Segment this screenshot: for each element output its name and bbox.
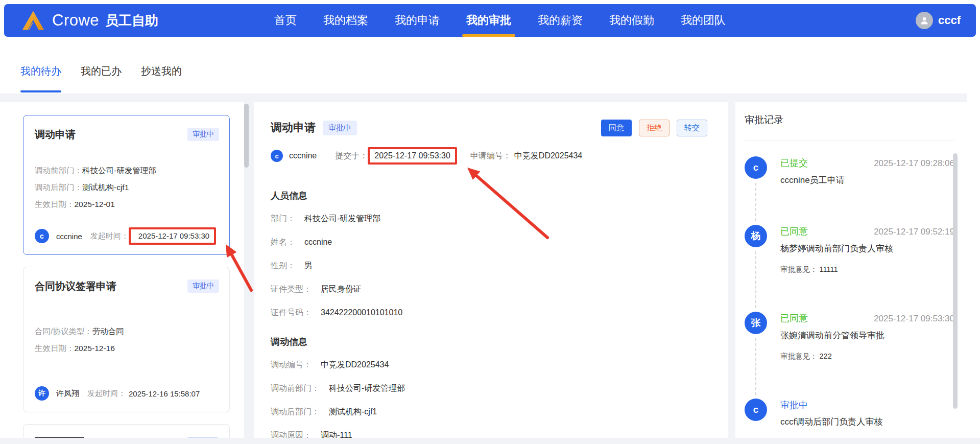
record-status: 已同意: [780, 225, 808, 238]
record-description: 杨梦婷调动前部门负责人审核: [780, 242, 954, 256]
record-status: 审批中: [780, 399, 808, 412]
card-head: 合同协议签署申请审批中: [35, 279, 219, 293]
record-time: 2025-12-17 09:52:19: [874, 225, 954, 239]
todo-card[interactable]: 调动申请审批中调动前部门：科技公司-研发管理部调动后部门：测试机构-cjf1生效…: [23, 115, 230, 255]
record-avatar: c: [745, 156, 767, 179]
records-timeline: c已提交2025-12-17 09:28:06cccnine员工申请杨已同意20…: [745, 156, 954, 438]
user-avatar-icon: [916, 12, 933, 29]
record-opinion: 审批意见：11111: [780, 264, 954, 274]
field-label: 调动后部门：: [35, 183, 82, 192]
partial-card-title: [35, 437, 84, 438]
initiate-time: 2025-12-17 09:53:30: [138, 231, 209, 240]
submitter-name: cccnine: [289, 151, 317, 160]
record-status-row: 已提交2025-12-17 09:28:06: [780, 156, 954, 170]
card-field: 调动后部门：测试机构-cjf1: [35, 179, 219, 196]
record-opinion: 审批意见：: [780, 437, 954, 438]
detail-field: 性别：男: [271, 259, 707, 272]
user-menu[interactable]: cccf: [916, 12, 976, 29]
field-value: 2025-12-01: [75, 200, 115, 208]
field-value: 测试机构-cjf1: [82, 183, 129, 192]
nav-item[interactable]: 我的团队: [681, 4, 726, 37]
record-entry: c审批中cccf调动后部门负责人审核审批意见：: [745, 399, 954, 438]
todo-card[interactable]: 合同协议签署申请审批中合同/协议类型：劳动合同生效日期：2025-12-16许许…: [23, 267, 230, 412]
record-status-row: 审批中: [780, 399, 954, 412]
record-entry: c已提交2025-12-17 09:28:06cccnine员工申请: [745, 156, 954, 188]
initiator-name: cccnine: [56, 232, 82, 241]
field-label: 调动前部门：: [35, 166, 82, 175]
nav-item[interactable]: 我的申请: [395, 4, 440, 37]
nav-item[interactable]: 我的假勤: [609, 4, 654, 37]
reject-button[interactable]: 拒绝: [639, 120, 670, 136]
approve-button[interactable]: 同意: [601, 120, 632, 136]
field-value: 中竞发DD2025434: [321, 360, 389, 369]
initiate-time-label: 发起时间：: [87, 389, 126, 399]
todo-list: 调动申请审批中调动前部门：科技公司-研发管理部调动后部门：测试机构-cjf1生效…: [23, 115, 230, 412]
detail-field: 证件号码：342422200010101010: [271, 306, 707, 319]
record-opinion-value: 222: [820, 352, 832, 360]
detail-field: 姓名：cccnine: [271, 236, 707, 249]
todo-list-panel: 调动申请审批中调动前部门：科技公司-研发管理部调动后部门：测试机构-cjf1生效…: [0, 102, 244, 438]
record-description: 张婉清调动前分管领导审批: [780, 329, 954, 343]
nav-item[interactable]: 首页: [274, 4, 297, 37]
card-initiator: 许许凤翔发起时间：2025-12-16 15:58:07: [35, 386, 219, 401]
field-value: 科技公司-研发管理部: [329, 384, 405, 392]
todo-list-scrollbar[interactable]: [244, 104, 249, 168]
status-badge: 审批中: [187, 128, 219, 141]
field-label: 合同/协议类型：: [35, 327, 92, 336]
detail-title: 调动申请: [271, 120, 316, 135]
brand-name: Crowe: [52, 11, 99, 30]
record-status-row: 已同意2025-12-17 09:52:19: [780, 225, 954, 239]
detail-field: 调动后部门：测试机构-cjf1: [271, 405, 707, 418]
application-no: 中竞发DD2025434: [514, 151, 582, 161]
field-label: 调动后部门：: [271, 407, 320, 416]
records-scrollbar[interactable]: [953, 153, 958, 409]
detail-field: 调动前部门：科技公司-研发管理部: [271, 382, 707, 395]
record-status-row: 已同意2025-12-17 09:53:30: [780, 312, 954, 325]
submit-time: 2025-12-17 09:53:30: [374, 151, 450, 160]
nav-item[interactable]: 我的薪资: [538, 4, 583, 37]
tab-item[interactable]: 抄送我的: [141, 49, 182, 94]
divider: [271, 173, 707, 173]
card-title: 调动申请: [35, 128, 76, 142]
card-field: 合同/协议类型：劳动合同: [35, 323, 219, 340]
submitter-row: c cccnine 提交于： 2025-12-17 09:53:30 申请编号：…: [271, 146, 707, 166]
field-label: 证件号码：: [271, 308, 312, 317]
nav-item[interactable]: 我的审批: [466, 4, 511, 37]
field-label: 生效日期：: [35, 200, 75, 208]
user-name: cccf: [938, 14, 961, 27]
record-status: 已同意: [780, 312, 808, 325]
field-label: 调动原因：: [271, 431, 312, 438]
nav-item[interactable]: 我的档案: [323, 4, 368, 37]
field-value: cccnine: [304, 238, 332, 246]
detail-status-badge: 审批中: [323, 121, 357, 135]
card-initiator: ccccnine发起时间：2025-12-17 09:53:30: [35, 229, 219, 243]
field-label: 部门：: [271, 214, 295, 223]
initiate-time: 2025-12-16 15:58:07: [129, 389, 200, 398]
record-time: 2025-12-17 09:28:06: [874, 157, 954, 170]
right-margin: [967, 94, 980, 438]
detail-field: 调动原因：调动-111: [271, 429, 707, 438]
record-status: 已提交: [780, 156, 808, 170]
tab-item[interactable]: 我的待办: [20, 49, 61, 94]
record-time: 2025-12-17 09:53:30: [874, 312, 954, 325]
card-field: 生效日期：2025-12-01: [35, 196, 219, 213]
field-value: 2025-12-16: [75, 344, 115, 353]
field-label: 生效日期：: [35, 344, 75, 353]
record-entry: 张已同意2025-12-17 09:53:30张婉清调动前分管领导审批审批意见：…: [745, 312, 954, 361]
field-value: 342422200010101010: [321, 308, 402, 317]
detail-header: 调动申请 审批中 同意拒绝转交: [271, 118, 707, 138]
records-title: 审批记录: [745, 114, 954, 126]
approval-records-panel: 审批记录 c已提交2025-12-17 09:28:06cccnine员工申请杨…: [735, 102, 967, 438]
section-title: 人员信息: [271, 190, 707, 202]
detail-panel: 调动申请 审批中 同意拒绝转交 c cccnine 提交于： 2025-12-1…: [254, 102, 728, 438]
card-field: 调动前部门：科技公司-研发管理部: [35, 162, 219, 179]
tab-item[interactable]: 我的已办: [81, 49, 122, 94]
detail-field: 证件类型：居民身份证: [271, 283, 707, 296]
product-name: 员工自助: [105, 12, 158, 30]
transfer-button[interactable]: 转交: [677, 120, 707, 136]
card-field: 生效日期：2025-12-16: [35, 340, 219, 357]
card-fields: 合同/协议类型：劳动合同生效日期：2025-12-16: [35, 323, 219, 357]
submitted-at-label: 提交于：: [335, 151, 368, 161]
annotation-box-card-time: 2025-12-17 09:53:30: [129, 227, 216, 245]
todo-card-partial[interactable]: [23, 424, 230, 438]
